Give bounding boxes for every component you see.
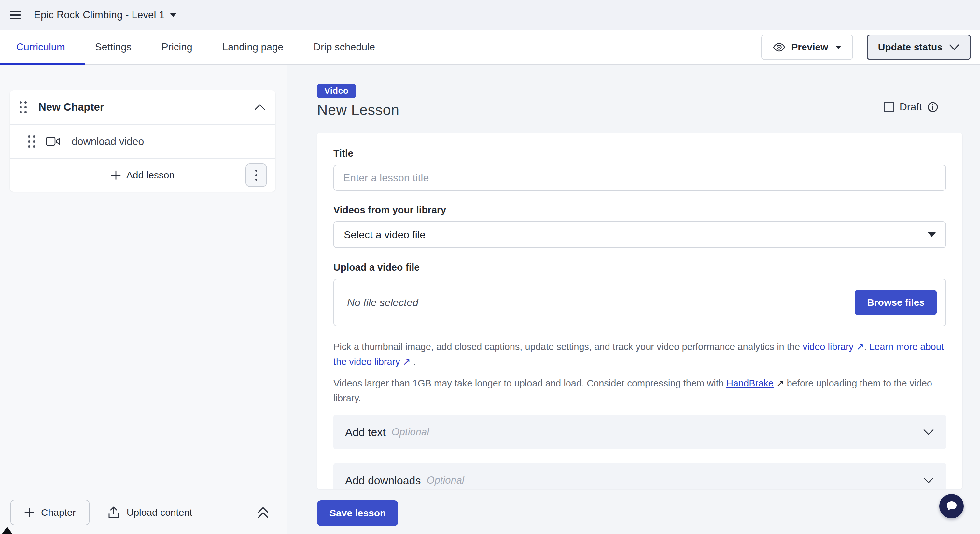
video-file-select[interactable]: Select a video file [333,221,946,248]
course-dropdown-caret-icon[interactable] [170,13,177,17]
upload-content-button[interactable]: Upload content [108,506,192,519]
no-file-text: No file selected [347,297,418,309]
lesson-drag-handle[interactable] [28,135,35,148]
video-library-label: Videos from your library [333,205,946,216]
tab-bar-actions: Preview Update status [761,35,971,60]
eye-icon [773,43,785,52]
add-chapter-label: Chapter [41,507,76,518]
help-text-sep: . [864,342,869,352]
add-text-section[interactable]: Add text Optional [333,415,946,449]
lesson-page-title: New Lesson [317,102,399,119]
chat-widget-button[interactable] [939,494,964,518]
title-label: Title [333,148,946,159]
preview-button[interactable]: Preview [761,35,853,60]
chevron-down-icon [949,44,959,51]
chapter-options-button[interactable] [245,164,267,187]
course-title[interactable]: Epic Rock Climbing - Level 1 [34,9,165,21]
curriculum-sidebar: New Chapter download video Add lesson [0,65,287,534]
preview-caret-icon [835,46,841,49]
chapter-header-row[interactable]: New Chapter [10,90,275,124]
plus-icon [111,170,121,180]
draft-checkbox[interactable] [884,102,894,112]
plus-icon [24,507,35,518]
chevron-down-icon [923,477,934,484]
chapter-drag-handle[interactable] [19,101,27,113]
tab-pricing[interactable]: Pricing [161,41,192,53]
lesson-form-card: Title Videos from your library Select a … [317,133,963,489]
video-camera-icon [46,137,60,146]
lesson-title: download video [72,135,144,148]
active-tab-underline [0,63,85,65]
lesson-row[interactable]: download video [10,124,275,158]
chevron-up-icon[interactable] [254,103,266,111]
add-text-label: Add text [345,426,386,439]
preview-button-label: Preview [791,42,828,53]
upload-video-label: Upload a video file [333,262,946,273]
sidebar-footer: Chapter Upload content [0,491,286,534]
draft-toggle-wrap: Draft [884,101,938,113]
help-text-end: . [410,356,416,367]
chapter-card: New Chapter download video Add lesson [10,90,275,192]
top-bar: Epic Rock Climbing - Level 1 [0,0,980,30]
video-library-link[interactable]: video library ↗ [803,342,864,352]
tab-curriculum[interactable]: Curriculum [16,41,65,53]
chat-bubble-icon [945,501,958,512]
tab-drip-schedule[interactable]: Drip schedule [313,41,375,53]
upload-content-label: Upload content [127,507,192,518]
update-status-label: Update status [878,42,943,53]
compression-help-text: Videos larger than 1GB may take longer t… [333,376,946,406]
upload-video-group: Upload a video file No file selected Bro… [333,262,946,326]
collapse-all-icon[interactable] [256,506,270,519]
hamburger-menu-icon[interactable] [10,11,21,19]
info-icon[interactable] [927,102,938,113]
chapter-footer-row: Add lesson [10,158,275,192]
handbrake-link[interactable]: HandBrake [726,378,773,388]
video-file-select-value: Select a video file [344,229,426,241]
help-text-1: Pick a thumbnail image, add closed capti… [333,342,803,352]
draft-label: Draft [900,101,922,113]
title-field-group: Title [333,148,946,191]
tab-landing-page[interactable]: Landing page [223,41,283,53]
chapter-title: New Chapter [38,101,104,113]
browse-files-button[interactable]: Browse files [855,290,937,315]
video-library-group: Videos from your library Select a video … [333,205,946,248]
select-caret-icon [928,232,936,237]
chevron-down-icon [923,429,934,435]
upload-icon [108,506,119,519]
lesson-title-input[interactable] [333,165,946,191]
tab-settings[interactable]: Settings [95,41,132,53]
add-text-optional: Optional [392,426,429,438]
update-status-button[interactable]: Update status [867,35,971,60]
mouse-cursor [2,527,13,534]
help-text-2: Videos larger than 1GB may take longer t… [333,378,726,388]
tab-bar: Curriculum Settings Pricing Landing page… [0,30,980,65]
video-library-help-text: Pick a thumbnail image, add closed capti… [333,339,946,369]
add-lesson-button[interactable]: Add lesson [19,170,266,181]
save-lesson-button[interactable]: Save lesson [317,501,398,526]
add-chapter-button[interactable]: Chapter [10,500,89,525]
add-downloads-section[interactable]: Add downloads Optional [333,463,946,489]
add-lesson-label: Add lesson [126,170,175,181]
add-downloads-optional: Optional [427,474,464,486]
external-arrow-icon: ↗ [773,378,787,388]
lesson-editor-main: Video New Lesson Draft Title Videos from… [288,65,980,534]
add-downloads-label: Add downloads [345,474,421,487]
lesson-type-badge: Video [317,84,356,99]
lesson-header: Video New Lesson [317,84,399,119]
upload-dropzone[interactable]: No file selected Browse files [333,279,946,326]
